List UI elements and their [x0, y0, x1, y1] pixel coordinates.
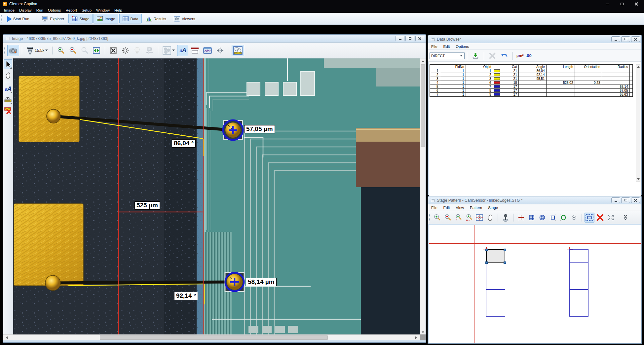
sp-menu-edit[interactable]: Edit [440, 206, 453, 210]
toolbar-grip[interactable] [1, 15, 3, 22]
calibration-button[interactable] [120, 45, 131, 56]
sp-pan-button[interactable] [485, 213, 495, 223]
image-vertical-scrollbar[interactable] [420, 58, 426, 335]
data-source-select[interactable]: DIRECT [430, 52, 465, 59]
sp-point-button[interactable] [569, 213, 579, 223]
data-browser-titlebar[interactable]: Data Browser [428, 35, 641, 43]
stage-field[interactable] [486, 276, 505, 290]
menu-setup[interactable]: Setup [79, 8, 94, 12]
col-angle[interactable]: Angle [518, 65, 546, 69]
delete-measure-tool[interactable] [4, 106, 12, 116]
profile-button[interactable] [202, 45, 213, 56]
sp-more-button[interactable] [621, 213, 630, 223]
col-objid[interactable]: ObjId [466, 65, 493, 69]
image-maximize-button[interactable] [405, 36, 414, 41]
col-fldno[interactable]: FldNo [440, 65, 466, 69]
pan-tool[interactable] [4, 70, 12, 80]
undo-button[interactable] [499, 51, 510, 60]
stage-field[interactable] [486, 289, 505, 303]
sp-zoom-all-button[interactable] [464, 213, 474, 223]
measure-rotate-tool[interactable] [4, 95, 12, 105]
stage-field[interactable] [569, 289, 588, 303]
camera-settings-button[interactable] [143, 45, 155, 56]
col-cat[interactable]: Cat [493, 65, 518, 69]
image-close-button[interactable] [415, 36, 424, 41]
table-row[interactable]: 41618525,020,23 [430, 81, 633, 85]
scroll-left-icon[interactable] [6, 336, 8, 339]
table-row[interactable]: 3132195,51 [430, 77, 633, 81]
image-window-titlebar[interactable]: Image - 46307336575_80ec9773e9_k.jpg [20… [3, 35, 426, 43]
db-menu-options[interactable]: Options [453, 45, 472, 49]
transfer-button[interactable] [470, 51, 481, 60]
scroll-up-icon[interactable] [422, 60, 424, 62]
menu-window[interactable]: Window [94, 8, 112, 12]
fit-window-button[interactable] [91, 45, 102, 56]
menu-run[interactable]: Run [34, 8, 46, 12]
angle-label-1[interactable]: 86,04 ° [172, 139, 196, 148]
sp-sphere-button[interactable] [537, 213, 547, 223]
db-menu-file[interactable]: File [428, 45, 440, 49]
length-label[interactable]: 525 µm [134, 201, 160, 210]
stage-field[interactable] [569, 303, 588, 317]
precision-label[interactable]: .00 [526, 53, 532, 58]
horizontal-scroll-thumb[interactable] [100, 335, 328, 340]
menu-help[interactable]: Help [112, 8, 125, 12]
col-radius[interactable]: Radius [602, 65, 629, 69]
menu-image[interactable]: Image [2, 8, 17, 12]
sp-menu-pattern[interactable]: Pattern [467, 206, 485, 210]
close-button[interactable] [629, 0, 644, 8]
stage-field[interactable] [486, 303, 505, 317]
pattern-measure-button[interactable] [232, 45, 244, 56]
camera-button[interactable] [7, 45, 19, 56]
image-canvas[interactable]: 57,05 µm 86,04 ° 525 µm 92,14 ° 58,14 µm [13, 58, 420, 335]
measure-button[interactable] [189, 45, 201, 56]
sp-minimize-button[interactable] [611, 197, 620, 203]
vertical-scroll-thumb[interactable] [421, 64, 425, 147]
sp-maximize-button[interactable] [621, 197, 630, 203]
zoom-out-button[interactable] [67, 45, 78, 56]
sp-ellipse-button[interactable] [558, 213, 568, 223]
image-horizontal-scrollbar[interactable] [3, 334, 426, 340]
sp-zoom-in-button[interactable] [432, 213, 442, 223]
minimize-button[interactable] [600, 0, 615, 8]
scroll-down-icon[interactable] [422, 331, 424, 333]
sp-square-button[interactable] [548, 213, 558, 223]
stage-field[interactable] [569, 262, 588, 276]
stage-field[interactable] [569, 276, 588, 290]
delete-object-button[interactable] [108, 45, 119, 56]
pattern-preview-button[interactable] [161, 45, 176, 56]
sp-menu-file[interactable]: File [428, 206, 440, 210]
db-menu-edit[interactable]: Edit [440, 45, 453, 49]
db-minimize-button[interactable] [611, 36, 620, 42]
explorer-button[interactable]: Explorer [39, 14, 68, 23]
sp-menu-view[interactable]: View [453, 206, 467, 210]
table-vertical-scrollbar[interactable] [636, 64, 640, 182]
table-row[interactable]: 5171758,14 [430, 85, 633, 89]
stage-pattern-titlebar[interactable]: Stage Pattern - CamSensor - linkedEdges.… [428, 196, 641, 204]
sp-origin-button[interactable] [516, 213, 526, 223]
results-button[interactable]: Results [143, 14, 170, 23]
radius-label-2[interactable]: 58,14 µm [246, 278, 277, 286]
db-maximize-button[interactable] [621, 36, 630, 42]
viewers-button[interactable]: Viewers [170, 14, 199, 23]
sp-close-button[interactable] [631, 197, 640, 203]
app-titlebar[interactable]: Clemex Captiva [0, 0, 644, 8]
table-row[interactable]: 7191755,63 [430, 93, 633, 97]
menu-display[interactable]: Display [17, 8, 34, 12]
target-button[interactable] [214, 45, 226, 56]
light-button[interactable] [132, 45, 143, 56]
image-minimize-button[interactable] [396, 36, 404, 41]
sp-zoom-selection-button[interactable] [453, 213, 463, 223]
angle-label-2[interactable]: 92,14 ° [174, 292, 198, 300]
stage-field[interactable] [486, 262, 505, 276]
stage-button[interactable]: Stage [68, 14, 93, 23]
stage-canvas[interactable] [429, 225, 641, 343]
radius-label-1[interactable]: 57,05 µm [244, 125, 275, 133]
zoom-free-button[interactable] [79, 45, 90, 56]
table-row[interactable]: 2122192,14 [430, 73, 633, 77]
sp-zoom-out-button[interactable] [443, 213, 453, 223]
sp-selection-frame-button[interactable] [585, 213, 594, 223]
table-row[interactable]: 6181757,05 [430, 89, 633, 93]
table-row[interactable]: 1112186,04 [430, 69, 633, 73]
sp-zoom-window-button[interactable] [474, 213, 484, 223]
